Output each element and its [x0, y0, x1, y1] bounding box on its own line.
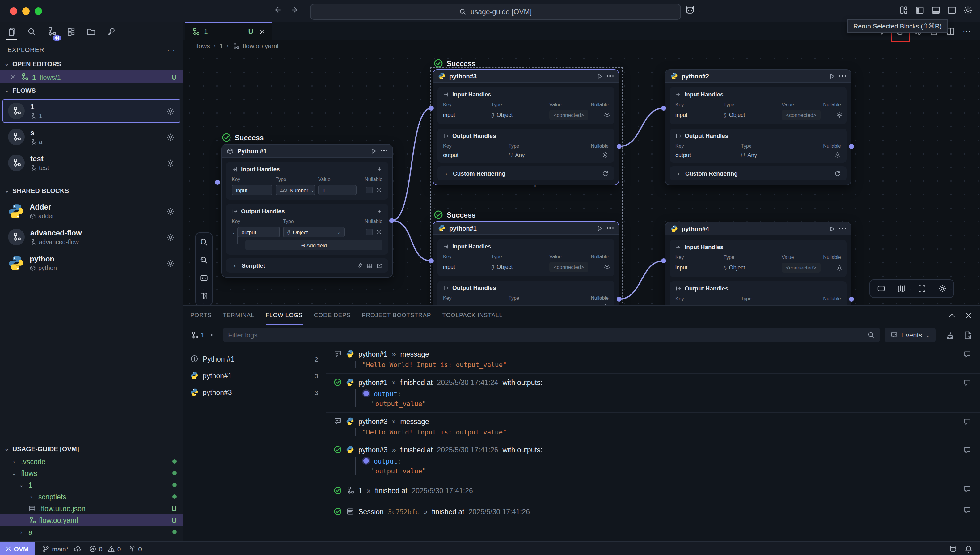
- custom-rendering-section[interactable]: ›Custom Rendering: [437, 166, 614, 180]
- node-python1[interactable]: python#1 Input Handles KeyTypeValueNulla…: [432, 221, 619, 305]
- run-node-icon[interactable]: [596, 73, 603, 79]
- git-branch-item[interactable]: main*: [42, 545, 82, 553]
- block-settings-gear-icon[interactable]: [166, 233, 175, 241]
- tab-flow-logs[interactable]: FLOW LOGS: [266, 305, 303, 325]
- handle-settings-gear-icon[interactable]: [602, 303, 608, 305]
- node-more-icon[interactable]: [839, 75, 846, 77]
- refresh-icon[interactable]: [834, 170, 841, 177]
- tab-toolpack-install[interactable]: TOOLPACK INSTALL: [442, 305, 503, 325]
- flow-scope-badge[interactable]: 1: [190, 331, 205, 339]
- back-arrow-icon[interactable]: [273, 6, 282, 14]
- section-shared-blocks[interactable]: ⌄SHARED BLOCKS: [0, 184, 183, 197]
- key-input[interactable]: input: [232, 185, 272, 195]
- log-entry-message[interactable]: python#3» message "Hello World! Input is…: [326, 413, 980, 441]
- flow-list-item[interactable]: s a: [2, 125, 181, 149]
- node-python4[interactable]: python#4 Input Handles KeyTypeValueNulla…: [665, 222, 852, 305]
- close-tab-icon[interactable]: [259, 28, 266, 35]
- copilot-menu[interactable]: ⌄: [685, 5, 701, 16]
- activity-keys[interactable]: [104, 25, 117, 38]
- node-header[interactable]: python#4: [666, 223, 851, 236]
- close-window-button[interactable]: [10, 7, 17, 15]
- toggle-secondary-sidebar-icon[interactable]: [947, 6, 956, 15]
- add-handle-icon[interactable]: [376, 208, 383, 214]
- comment-icon[interactable]: [963, 485, 971, 493]
- node-header[interactable]: python#1: [433, 222, 618, 235]
- breadcrumb-1[interactable]: 1: [219, 42, 223, 50]
- activity-flows[interactable]: 44: [45, 25, 58, 38]
- fullscreen-icon[interactable]: [916, 282, 928, 295]
- breadcrumb-flows[interactable]: flows: [195, 42, 210, 50]
- run-node-icon[interactable]: [370, 148, 376, 154]
- tree-item-flow-ui-json[interactable]: .flow.ui.oo.jsonU: [0, 502, 183, 514]
- activity-search[interactable]: [25, 25, 38, 38]
- tab-terminal[interactable]: TERMINAL: [223, 305, 254, 325]
- flow-list-item[interactable]: 1 1: [2, 99, 181, 123]
- block-settings-gear-icon[interactable]: [166, 259, 175, 267]
- section-project[interactable]: ⌄USAGE-GUIDE [OVM]: [0, 442, 183, 456]
- flow-settings-gear-icon[interactable]: [166, 159, 175, 167]
- value-input[interactable]: 1: [318, 185, 357, 195]
- block-settings-gear-icon[interactable]: [166, 207, 175, 215]
- toggle-sidebar-icon[interactable]: [915, 6, 924, 15]
- open-external-icon[interactable]: [376, 262, 383, 268]
- node-more-icon[interactable]: [607, 75, 613, 77]
- canvas-settings-gear-icon[interactable]: [936, 282, 948, 295]
- block-log-item[interactable]: python#33: [183, 384, 326, 401]
- settings-gear-icon[interactable]: [963, 6, 973, 15]
- tree-item-vscode[interactable]: ›.vscode: [0, 456, 183, 467]
- handle-settings-gear-icon[interactable]: [602, 151, 608, 158]
- remote-indicator[interactable]: ⤫OVM: [0, 542, 35, 555]
- editor-tab-1[interactable]: 1 U: [186, 22, 272, 40]
- block-log-item[interactable]: python#13: [183, 367, 326, 384]
- comment-icon[interactable]: [963, 506, 971, 514]
- ports-item[interactable]: 0: [128, 545, 142, 553]
- handle-settings-gear-icon[interactable]: [604, 112, 610, 118]
- add-field-button[interactable]: ⊕ Add field: [245, 240, 383, 250]
- node-header[interactable]: Python #1: [222, 144, 392, 157]
- section-flows[interactable]: ⌄FLOWS: [0, 83, 183, 97]
- maximize-window-button[interactable]: [35, 7, 42, 15]
- comment-icon[interactable]: [963, 418, 971, 426]
- node-header[interactable]: python#3: [433, 70, 618, 83]
- tab-ports[interactable]: PORTS: [190, 305, 211, 325]
- activity-folder[interactable]: [84, 25, 98, 38]
- events-dropdown[interactable]: Events⌄: [884, 327, 935, 342]
- handle-settings-gear-icon[interactable]: [376, 187, 383, 193]
- attach-icon[interactable]: [357, 262, 363, 268]
- shared-block-item[interactable]: python python: [2, 251, 181, 275]
- node-more-icon[interactable]: [839, 228, 846, 229]
- scriptlet-section[interactable]: ›Scriptlet: [226, 258, 388, 273]
- node-header[interactable]: python#2: [666, 70, 851, 83]
- custom-rendering-section[interactable]: ›Custom Rendering: [670, 166, 847, 180]
- fit-view-icon[interactable]: [198, 272, 210, 284]
- run-node-icon[interactable]: [828, 73, 835, 79]
- refresh-icon[interactable]: [602, 170, 608, 177]
- flow-settings-gear-icon[interactable]: [166, 107, 175, 115]
- log-entry-finished[interactable]: python#1» finished at2025/5/30 17:41:24 …: [326, 374, 980, 413]
- tab-project-bootstrap[interactable]: PROJECT BOOTSTRAP: [362, 305, 431, 325]
- run-node-icon[interactable]: [596, 225, 603, 231]
- type-select[interactable]: {}Object⌄: [283, 227, 345, 237]
- flow-list-item[interactable]: test test: [2, 151, 181, 175]
- tree-item-flows[interactable]: ⌄flows: [0, 467, 183, 479]
- close-panel-icon[interactable]: [964, 311, 973, 319]
- log-entry-message[interactable]: python#1» message "Hello World! Input is…: [326, 345, 980, 374]
- handle-settings-gear-icon[interactable]: [836, 264, 843, 271]
- handle-settings-gear-icon[interactable]: [834, 151, 841, 158]
- auto-layout-icon[interactable]: [198, 290, 210, 302]
- close-icon[interactable]: [10, 74, 17, 80]
- block-log-item[interactable]: Python #12: [183, 350, 326, 367]
- table-icon[interactable]: [367, 262, 373, 268]
- nullable-checkbox[interactable]: [366, 229, 373, 236]
- flow-settings-gear-icon[interactable]: [166, 133, 175, 141]
- tab-code-deps[interactable]: CODE DEPS: [314, 305, 351, 325]
- section-open-editors[interactable]: ⌄OPEN EDITORS: [0, 57, 183, 71]
- zoom-out-icon[interactable]: −: [198, 254, 210, 266]
- log-entry-finished[interactable]: python#3» finished at2025/5/30 17:41:26 …: [326, 441, 980, 480]
- nullable-checkbox[interactable]: [366, 187, 373, 193]
- copilot-status-icon[interactable]: [949, 545, 957, 553]
- problems-item[interactable]: 0 0: [89, 545, 121, 553]
- sync-cloud-icon[interactable]: [74, 545, 82, 553]
- filter-lines-icon[interactable]: [210, 330, 218, 339]
- node-python2[interactable]: python#2 Input Handles KeyTypeValueNulla…: [665, 69, 852, 185]
